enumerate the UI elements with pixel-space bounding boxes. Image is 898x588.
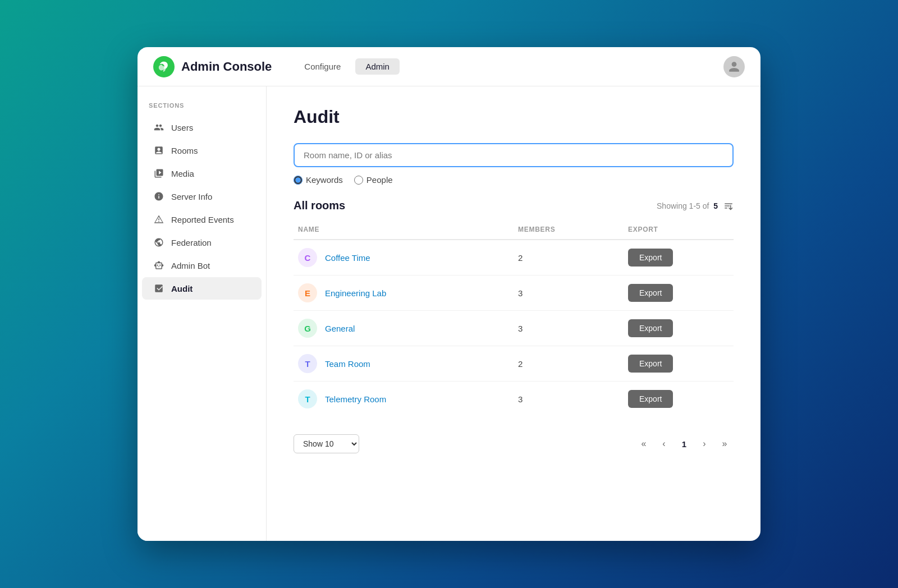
configure-nav-button[interactable]: Configure	[294, 58, 351, 75]
room-name-cell: T Telemetry Room	[294, 382, 514, 417]
first-page-button[interactable]: «	[635, 435, 653, 453]
room-members-count: 3	[514, 311, 624, 346]
room-name-cell: C Coffee Time	[294, 240, 514, 275]
room-members-count: 3	[514, 382, 624, 417]
page-title: Audit	[294, 107, 734, 127]
user-avatar[interactable]	[723, 56, 745, 77]
sidebar-item-rooms[interactable]: Rooms	[142, 139, 262, 162]
all-rooms-header: All rooms Showing 1-5 of 5	[294, 199, 734, 212]
table-row: E Engineering Lab 3 Export	[294, 275, 734, 311]
filter-keywords-radio[interactable]	[294, 176, 303, 185]
table-row: C Coffee Time 2 Export	[294, 240, 734, 275]
sidebar-item-federation[interactable]: Federation	[142, 231, 262, 254]
room-name-link[interactable]: Engineering Lab	[325, 288, 386, 298]
last-page-button[interactable]: »	[716, 435, 734, 453]
logo-area: Admin Console	[153, 56, 272, 77]
filter-keywords-label: Keywords	[306, 175, 343, 185]
table-row: G General 3 Export	[294, 311, 734, 346]
main-content: Audit Keywords People All rooms Showing …	[267, 86, 760, 541]
prev-page-button[interactable]: ‹	[655, 435, 673, 453]
filter-people-radio[interactable]	[354, 176, 363, 185]
admin-nav-button[interactable]: Admin	[355, 58, 400, 75]
room-export-cell: Export	[624, 382, 734, 417]
filter-keywords-option[interactable]: Keywords	[294, 175, 343, 185]
header: Admin Console Configure Admin	[138, 47, 760, 86]
export-button[interactable]: Export	[628, 355, 673, 373]
rooms-table: NAME MEMBERS EXPORT C Coffee Time 2 Expo…	[294, 220, 734, 416]
sidebar-item-audit[interactable]: Audit	[142, 277, 262, 300]
sidebar: SECTIONS Users Rooms Media	[138, 86, 267, 541]
reported-events-icon	[153, 214, 164, 225]
room-name-cell: G General	[294, 311, 514, 346]
room-members-count: 2	[514, 346, 624, 382]
next-page-button[interactable]: ›	[695, 435, 713, 453]
col-header-export: EXPORT	[624, 220, 734, 240]
sidebar-item-server-info-label: Server Info	[171, 192, 212, 201]
show-select[interactable]: Show 10 Show 25 Show 50	[294, 434, 359, 453]
room-name-link[interactable]: Coffee Time	[325, 253, 370, 263]
header-nav: Configure Admin	[294, 58, 400, 75]
room-export-cell: Export	[624, 275, 734, 311]
room-avatar: E	[298, 283, 317, 302]
app-window: Admin Console Configure Admin SECTIONS U…	[138, 47, 760, 541]
room-search-input[interactable]	[294, 143, 734, 167]
room-avatar: T	[298, 354, 317, 373]
col-header-members: MEMBERS	[514, 220, 624, 240]
sidebar-item-admin-bot[interactable]: Admin Bot	[142, 254, 262, 277]
export-button[interactable]: Export	[628, 249, 673, 267]
room-name-link[interactable]: Telemetry Room	[325, 394, 386, 404]
media-icon	[153, 168, 164, 179]
filter-people-option[interactable]: People	[354, 175, 393, 185]
pagination-bar: Show 10 Show 25 Show 50 « ‹ 1 › »	[294, 434, 734, 453]
sidebar-item-media[interactable]: Media	[142, 162, 262, 185]
sidebar-item-admin-bot-label: Admin Bot	[171, 261, 210, 270]
sidebar-item-users[interactable]: Users	[142, 116, 262, 139]
export-button[interactable]: Export	[628, 390, 673, 408]
app-title: Admin Console	[181, 59, 272, 74]
federation-icon	[153, 237, 164, 248]
room-members-count: 2	[514, 240, 624, 275]
room-export-cell: Export	[624, 240, 734, 275]
rooms-icon	[153, 145, 164, 156]
room-name-cell: E Engineering Lab	[294, 275, 514, 311]
filter-people-label: People	[366, 175, 393, 185]
sidebar-item-federation-label: Federation	[171, 238, 212, 247]
sidebar-item-users-label: Users	[171, 123, 193, 132]
body: SECTIONS Users Rooms Media	[138, 86, 760, 541]
sidebar-item-rooms-label: Rooms	[171, 146, 198, 155]
col-header-name: NAME	[294, 220, 514, 240]
table-header-row: NAME MEMBERS EXPORT	[294, 220, 734, 240]
sidebar-item-reported-events[interactable]: Reported Events	[142, 208, 262, 231]
room-name-link[interactable]: General	[325, 324, 355, 333]
room-export-cell: Export	[624, 311, 734, 346]
sections-label: SECTIONS	[138, 102, 266, 116]
app-logo-icon	[153, 56, 175, 77]
current-page-number: 1	[675, 435, 693, 453]
showing-text: Showing 1-5 of 5	[657, 201, 718, 210]
all-rooms-title: All rooms	[294, 199, 345, 212]
room-members-count: 3	[514, 275, 624, 311]
room-avatar: G	[298, 319, 317, 338]
room-name-cell: T Team Room	[294, 346, 514, 382]
sidebar-item-reported-events-label: Reported Events	[171, 215, 234, 224]
sidebar-item-media-label: Media	[171, 169, 194, 178]
page-nav: « ‹ 1 › »	[635, 435, 734, 453]
users-icon	[153, 122, 164, 133]
server-info-icon	[153, 191, 164, 202]
filter-row: Keywords People	[294, 175, 734, 185]
table-row: T Telemetry Room 3 Export	[294, 382, 734, 417]
room-export-cell: Export	[624, 346, 734, 382]
room-avatar: C	[298, 248, 317, 267]
room-name-link[interactable]: Team Room	[325, 359, 370, 369]
sidebar-item-audit-label: Audit	[171, 284, 193, 293]
admin-bot-icon	[153, 260, 164, 271]
export-button[interactable]: Export	[628, 319, 673, 337]
table-row: T Team Room 2 Export	[294, 346, 734, 382]
sort-icon[interactable]	[723, 201, 734, 211]
room-avatar: T	[298, 389, 317, 408]
show-count-select[interactable]: Show 10 Show 25 Show 50	[294, 434, 359, 453]
export-button[interactable]: Export	[628, 284, 673, 302]
showing-info: Showing 1-5 of 5	[657, 201, 734, 211]
audit-icon	[153, 283, 164, 294]
sidebar-item-server-info[interactable]: Server Info	[142, 185, 262, 208]
